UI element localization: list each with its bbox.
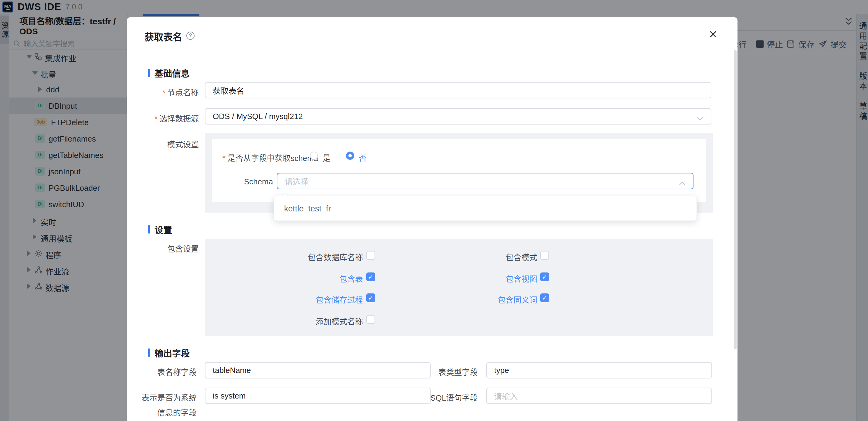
schema-select[interactable]: 请选择 — [277, 173, 693, 189]
get-table-names-dialog: 获取表名 ? × 基础信息 *节点名称 获取表名 *选择数据源 ODS / My… — [127, 17, 738, 421]
datasource-label: *选择数据源 — [127, 112, 199, 123]
schema-placeholder: 请选择 — [285, 175, 308, 187]
schema-label: Schema — [244, 177, 273, 187]
is-system-field-input[interactable]: is system — [205, 388, 431, 404]
include-procedures-checkbox[interactable] — [366, 293, 375, 302]
include-synonyms-label: 包含同义词 — [375, 294, 537, 305]
table-type-field-label: 表类型字段 — [408, 366, 478, 377]
required-asterisk: * — [154, 114, 157, 123]
table-type-field-value: type — [494, 366, 509, 375]
include-tables-label: 包含表 — [205, 273, 363, 284]
include-settings-panel: 包含数据库名称 包含模式 包含表 包含视图 包含储存过程 包含同义词 添加模式名… — [205, 240, 713, 336]
section-settings: 设置 — [148, 223, 172, 236]
section-accent-bar — [148, 68, 150, 77]
radio-no[interactable] — [346, 151, 354, 160]
required-asterisk: * — [222, 154, 225, 163]
modal-scrollbar[interactable] — [734, 50, 737, 349]
table-name-field-label: 表名称字段 — [127, 366, 197, 377]
include-tables-checkbox[interactable] — [366, 273, 375, 281]
is-system-field-label-line2: 信息的字段 — [127, 406, 197, 418]
table-type-field-input[interactable]: type — [486, 362, 712, 378]
mode-settings-card — [212, 139, 706, 202]
add-schema-name-label: 添加模式名称 — [205, 315, 363, 327]
include-views-label: 包含视图 — [375, 273, 537, 284]
required-asterisk: * — [162, 88, 165, 97]
section-accent-bar — [148, 348, 150, 357]
chevron-down-icon — [697, 114, 704, 123]
include-views-checkbox[interactable] — [540, 273, 549, 281]
include-settings-label: 包含设置 — [127, 243, 199, 254]
is-system-field-label-line1: 表示是否为系统 — [127, 392, 197, 403]
section-accent-bar — [148, 225, 150, 233]
datasource-select[interactable]: ODS / MySQL / mysql212 — [205, 108, 711, 124]
node-name-label: *节点名称 — [127, 86, 199, 97]
include-db-name-checkbox[interactable] — [366, 251, 375, 260]
close-icon[interactable]: × — [709, 27, 717, 41]
include-synonyms-checkbox[interactable] — [540, 293, 549, 302]
mode-settings-label: 模式设置 — [127, 138, 199, 149]
schema-dropdown: kettle_test_fr — [274, 196, 697, 221]
node-name-value: 获取表名 — [213, 85, 244, 96]
table-name-field-input[interactable]: tableName — [205, 362, 431, 378]
section-heading: 输出字段 — [154, 346, 190, 359]
is-system-field-value: is system — [213, 391, 246, 401]
sql-field-input[interactable]: 请输入 — [486, 388, 712, 404]
section-heading: 设置 — [154, 223, 172, 236]
node-name-input[interactable]: 获取表名 — [205, 82, 711, 99]
radio-yes[interactable] — [310, 151, 318, 160]
radio-no-label[interactable]: 否 — [359, 152, 367, 163]
include-procedures-label: 包含储存过程 — [205, 294, 363, 305]
chevron-up-icon — [679, 178, 686, 188]
datasource-value: ODS / MySQL / mysql212 — [213, 112, 303, 121]
radio-yes-label[interactable]: 是 — [322, 152, 331, 163]
dialog-title: 获取表名 — [145, 29, 182, 43]
help-icon[interactable]: ? — [186, 32, 194, 40]
sql-field-label: SQL语句字段 — [408, 392, 478, 403]
sql-field-placeholder: 请输入 — [494, 390, 518, 401]
schema-from-field-label: *是否从字段中获取schema — [222, 152, 318, 163]
section-basic-info: 基础信息 — [148, 66, 190, 79]
include-db-name-label: 包含数据库名称 — [205, 251, 363, 262]
table-name-field-value: tableName — [213, 366, 251, 375]
include-schema-label: 包含模式 — [375, 251, 537, 262]
dropdown-option-kettle-test-fr[interactable]: kettle_test_fr — [284, 196, 331, 221]
section-heading: 基础信息 — [154, 66, 190, 79]
add-schema-name-checkbox[interactable] — [366, 315, 375, 324]
section-output-fields: 输出字段 — [148, 346, 190, 359]
include-schema-checkbox[interactable] — [540, 251, 549, 260]
